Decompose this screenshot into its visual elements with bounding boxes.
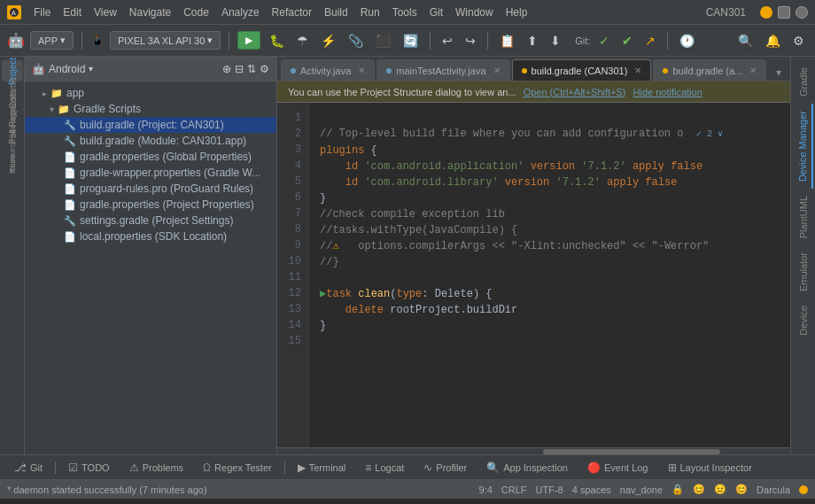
bottom-tab-todo[interactable]: ☑ TODO: [61, 460, 117, 476]
notification-icon[interactable]: 🔔: [762, 32, 784, 50]
menu-tools[interactable]: Tools: [387, 4, 423, 20]
device-selector[interactable]: PIXEL 3A XL API 30 ▾: [110, 31, 221, 50]
maximize-button[interactable]: [778, 6, 790, 19]
bottom-tab-layout-inspector[interactable]: ⊞ Layout Inspector: [661, 460, 759, 476]
search-everywhere-icon[interactable]: 🔍: [734, 32, 757, 50]
tab-activity-java[interactable]: Activity.java ✕: [281, 59, 375, 81]
bottom-tab-event-log[interactable]: 🔴 Event Log: [580, 460, 656, 476]
code-content[interactable]: // Top-level build file where you can ad…: [309, 103, 790, 447]
menu-code[interactable]: Code: [178, 4, 214, 20]
status-bar: * daemon started successfully (7 minutes…: [0, 479, 815, 499]
git-arrow-icon[interactable]: ↗: [641, 32, 659, 50]
charset[interactable]: UTF-8: [536, 485, 563, 495]
tabs-more-button[interactable]: ▾: [771, 65, 787, 81]
line-num-12: 12: [277, 285, 301, 301]
minimize-button[interactable]: [760, 6, 772, 19]
notifications-dot[interactable]: [799, 485, 808, 494]
project-settings-icon[interactable]: ⚙: [260, 63, 269, 75]
tab-close-4[interactable]: ✕: [749, 66, 757, 75]
tree-item-local-properties[interactable]: 📄 local.properties (SDK Location): [25, 229, 276, 244]
project-sort-icon[interactable]: ⇅: [247, 63, 256, 75]
pull-icon[interactable]: ⬇: [547, 32, 564, 50]
project-locate-icon[interactable]: ⊕: [222, 63, 231, 75]
menu-help[interactable]: Help: [501, 4, 533, 20]
tab-main-test[interactable]: mainTestActivity.java ✕: [376, 59, 509, 81]
emoji-icon-3[interactable]: 😊: [735, 484, 748, 495]
tree-item-gradle-wrapper[interactable]: 📄 gradle-wrapper.properties (Gradle W...: [25, 165, 276, 181]
menu-refactor[interactable]: Refactor: [267, 4, 317, 20]
history-icon[interactable]: 🕐: [676, 32, 698, 50]
bottom-tab-terminal[interactable]: ▶ Terminal: [291, 460, 353, 476]
right-tool-gradle[interactable]: Gradle: [795, 60, 812, 104]
bottom-tab-problems[interactable]: ⚠ Problems: [122, 460, 190, 476]
bottom-tab-profiler[interactable]: ∿ Profiler: [416, 460, 474, 476]
menu-build[interactable]: Build: [319, 4, 353, 20]
theme-label[interactable]: Darcula: [757, 485, 790, 495]
menu-edit[interactable]: Edit: [58, 4, 87, 20]
menu-navigate[interactable]: Navigate: [124, 4, 176, 20]
run-button[interactable]: ▶: [237, 31, 260, 50]
emoji-icon-1[interactable]: 😊: [693, 484, 705, 495]
bottom-tab-git[interactable]: ⎇ Git: [7, 460, 50, 476]
tab-close-3[interactable]: ✕: [634, 66, 641, 75]
git-ok-icon[interactable]: ✓: [595, 32, 613, 50]
project-collapse-icon[interactable]: ⊟: [235, 63, 244, 75]
profile-icon[interactable]: ⚡: [317, 32, 339, 50]
menu-window[interactable]: Window: [450, 4, 499, 20]
sync-icon[interactable]: 🔄: [400, 32, 422, 50]
debug-icon[interactable]: 🐛: [266, 32, 288, 50]
tree-item-gradle-prop-project[interactable]: 📄 gradle.properties (Project Properties): [25, 197, 276, 213]
menu-view[interactable]: View: [89, 4, 122, 20]
notification-text: You can use the Project Structure dialog…: [288, 87, 516, 97]
close-button[interactable]: [796, 6, 808, 19]
cursor-position[interactable]: 9:4: [479, 485, 493, 495]
menu-run[interactable]: Run: [355, 4, 385, 20]
tree-label-gradle-prop-project: gradle.properties (Project Properties): [80, 198, 254, 211]
app-selector[interactable]: APP ▾: [30, 31, 74, 50]
sidebar-structure-icon[interactable]: cture: [2, 152, 23, 174]
tree-item-build-gradle-project[interactable]: 🔧 build.gradle (Project: CAN301): [25, 117, 276, 133]
bottom-tab-regex[interactable]: Ω Regex Tester: [196, 460, 279, 476]
folder-icon-app: 📁: [50, 88, 63, 99]
right-tool-device[interactable]: Device: [795, 299, 812, 343]
tree-item-gradle-scripts[interactable]: ▾ 📁 Gradle Scripts: [25, 101, 276, 117]
tree-item-app[interactable]: ▸ 📁 app: [25, 85, 276, 101]
code-line-8: //⚠ options.compilerArgs << "-Xlint:unch…: [320, 240, 709, 252]
sidebar-resource-icon[interactable]: Resource Manager: [2, 129, 23, 151]
right-tool-emulator[interactable]: Emulator: [795, 245, 812, 299]
tree-item-build-gradle-module[interactable]: 🔧 build.gradle (Module: CAN301.app): [25, 133, 276, 149]
notification-link[interactable]: Open (Ctrl+Alt+Shift+S): [524, 87, 626, 97]
bottom-tab-app-inspection[interactable]: 🔍 App Inspection: [479, 460, 575, 476]
tree-item-proguard[interactable]: 📄 proguard-rules.pro (ProGuard Rules): [25, 181, 276, 197]
bottom-tab-logcat[interactable]: ≡ Logcat: [358, 460, 411, 476]
undo-icon[interactable]: ↩: [439, 32, 456, 50]
push-icon[interactable]: ⬆: [524, 32, 541, 50]
menu-analyze[interactable]: Analyze: [216, 4, 265, 20]
vcs-icon[interactable]: 📋: [496, 32, 518, 50]
menu-file[interactable]: File: [28, 4, 56, 20]
gradle-icon-3: 🔧: [64, 215, 76, 227]
tab-build-gradle-can301[interactable]: build.gradle (CAN301) ✕: [512, 59, 652, 81]
settings-icon[interactable]: ⚙: [789, 32, 808, 50]
emoji-icon-2[interactable]: 😐: [714, 484, 726, 495]
coverage-icon[interactable]: ☂: [293, 32, 312, 50]
notification-dismiss[interactable]: Hide notification: [633, 87, 702, 97]
indent-setting[interactable]: 4 spaces: [572, 485, 611, 495]
tab-dot-1: [291, 68, 296, 74]
right-tool-plantuml[interactable]: PlantUML: [795, 189, 812, 245]
tree-item-settings-gradle[interactable]: 🔧 settings.gradle (Project Settings): [25, 213, 276, 229]
horizontal-scrollbar[interactable]: [277, 447, 790, 454]
right-tool-device-manager[interactable]: Device Manager: [794, 104, 813, 189]
redo-icon[interactable]: ↪: [462, 32, 479, 50]
tree-label-gradle-wrapper: gradle-wrapper.properties (Gradle W...: [80, 167, 260, 179]
lock-icon[interactable]: 🔒: [671, 484, 684, 495]
tab-build-gradle-a[interactable]: build.gradle (a... ✕: [653, 59, 766, 81]
menu-git[interactable]: Git: [424, 4, 448, 20]
line-separator[interactable]: CRLF: [501, 485, 527, 495]
attach-icon[interactable]: 📎: [345, 32, 367, 50]
tab-close-2[interactable]: ✕: [493, 66, 501, 75]
tree-item-gradle-prop-global[interactable]: 📄 gradle.properties (Global Properties): [25, 149, 276, 165]
git-check-icon[interactable]: ✔: [618, 32, 636, 50]
stop-icon[interactable]: ⬛: [372, 32, 394, 50]
tab-close-1[interactable]: ✕: [358, 66, 365, 75]
